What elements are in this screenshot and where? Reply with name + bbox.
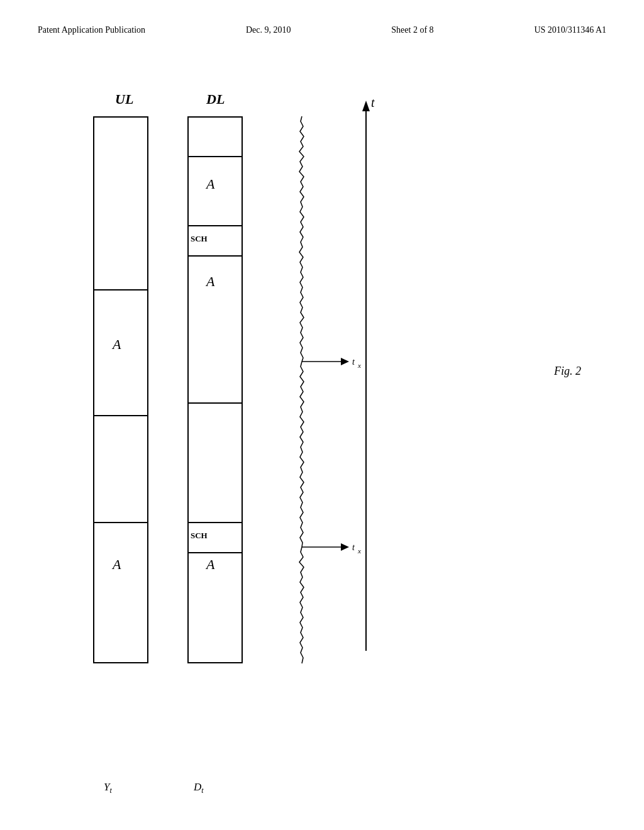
ul-a-label-2: A <box>113 556 121 573</box>
dl-divider-mid <box>187 402 243 404</box>
time-label: t <box>371 96 375 110</box>
ul-divider-3 <box>93 522 148 523</box>
svg-marker-3 <box>341 358 349 365</box>
dl-sch1-box: SCH <box>187 225 243 257</box>
waveform-svg: t x t x <box>245 116 358 663</box>
svg-text:x: x <box>357 362 361 369</box>
yt-label: Yt <box>104 781 112 795</box>
dl-a-label-mid: A <box>206 274 214 290</box>
dl-a-label-lower: A <box>206 556 214 573</box>
dl-divider-top <box>187 156 243 157</box>
dl-column <box>187 116 243 663</box>
svg-marker-7 <box>341 543 349 551</box>
page-header: Patent Application Publication Dec. 9, 2… <box>38 25 606 35</box>
svg-text:x: x <box>357 547 361 555</box>
dl-label: DL <box>206 91 225 108</box>
svg-text:t: t <box>352 543 355 552</box>
header-publication: Patent Application Publication <box>38 25 145 35</box>
header-date: Dec. 9, 2010 <box>246 25 291 35</box>
time-axis-svg <box>360 97 372 663</box>
dl-sch2-label: SCH <box>191 531 208 541</box>
header-patent-number: US 2010/311346 A1 <box>534 25 606 35</box>
dl-sch1-label: SCH <box>191 234 208 244</box>
ul-label: UL <box>115 91 133 108</box>
ul-divider-2 <box>93 415 148 416</box>
svg-text:t: t <box>352 357 355 367</box>
ul-divider-1 <box>93 289 148 290</box>
dt-label: Dt <box>194 781 204 795</box>
dl-sch2-box: SCH <box>187 522 243 553</box>
header-sheet: Sheet 2 of 8 <box>391 25 433 35</box>
fig-label: Fig. 2 <box>554 365 581 378</box>
ul-a-label-1: A <box>113 336 121 353</box>
dl-a-label-top: A <box>206 176 214 192</box>
svg-marker-1 <box>362 101 370 111</box>
ul-column <box>93 116 148 663</box>
